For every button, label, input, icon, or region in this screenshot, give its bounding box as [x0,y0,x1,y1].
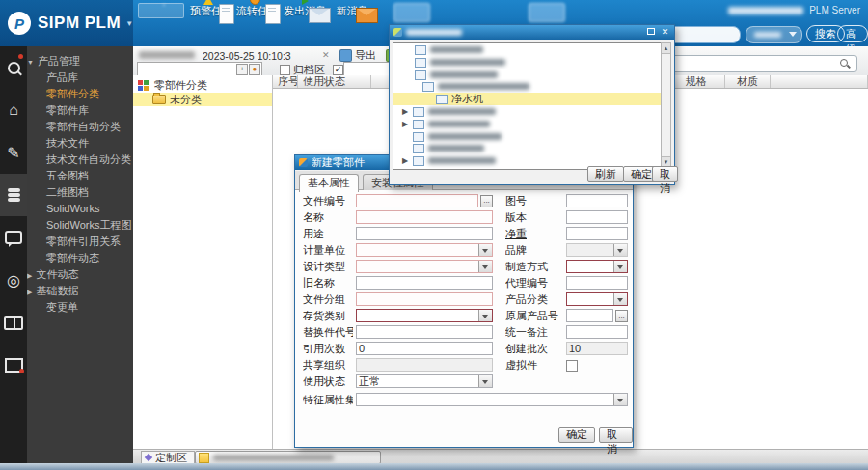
browse-button-原属产品号[interactable]: ... [615,310,628,322]
field-label-净重[interactable]: 净重 [505,227,563,240]
toolbar-button-导出[interactable]: 导出 [339,48,376,63]
selector-scrollbar[interactable]: ▲ ▼ [661,42,671,168]
tree-root-row[interactable]: 零部件分类 [133,78,272,92]
chat-icon[interactable] [0,216,27,259]
statusbar-tab[interactable]: 定制区 [141,451,195,464]
sidebar-item-产品管理[interactable]: ▼产品管理 [27,53,133,69]
kanban-icon[interactable] [0,344,27,386]
select-产品分类[interactable] [566,292,628,306]
browse-button-文件编号[interactable]: ... [480,195,493,207]
tree-child-row[interactable]: 未分类 [133,93,272,106]
dropdown-caret-icon[interactable] [478,375,492,387]
desktop-icon-alert-tasks[interactable]: 预警任务 [189,3,233,16]
dropdown-caret-icon[interactable] [478,261,492,272]
input-代理编号[interactable] [566,276,628,290]
tree-item-redacted[interactable] [393,80,663,93]
database-icon[interactable] [0,174,27,216]
dropdown-caret-icon[interactable] [478,244,492,256]
column-header-规格[interactable]: 规格 [667,75,725,88]
input-净重[interactable] [566,227,628,240]
dropdown-caret-icon[interactable] [613,293,627,305]
sidebar-item-SolidWorks[interactable]: SolidWorks [27,201,133,216]
input-旧名称[interactable] [356,276,493,290]
search-scope-select[interactable] [746,26,802,43]
maximize-icon[interactable] [645,27,656,38]
sidebar-item-技术文件自动分类[interactable]: 技术文件自动分类 [27,152,133,167]
tree-item-redacted[interactable] [393,43,663,56]
sidebar-item-基础数据[interactable]: ▶基础数据 [27,283,133,298]
sidebar-item-文件动态[interactable]: ▶文件动态 [27,266,133,282]
tree-item-redacted[interactable] [393,142,663,154]
input-原属产品号[interactable] [566,309,613,322]
table-search-input[interactable] [672,55,857,72]
taskbar-item[interactable] [195,451,381,464]
scroll-up-icon[interactable]: ▲ [662,43,670,54]
desktop-icon-task-partial-1[interactable] [393,3,430,22]
input-文件编号[interactable] [356,194,478,207]
advanced-search-button[interactable]: 高级 [837,25,868,42]
locate-icon[interactable]: ● [249,64,260,75]
desktop-icon-task-partial-2[interactable] [529,3,565,22]
sidebar-item-产品库[interactable]: 产品库 [27,69,133,85]
input-名称[interactable] [356,210,493,224]
tree-item-redacted[interactable] [393,56,663,69]
sidebar-item-SolidWorks工程图[interactable]: SolidWorks工程图 [27,217,133,233]
edit-icon[interactable]: ✎ [0,131,27,174]
sidebar-item-零部件库[interactable]: 零部件库 [27,102,133,118]
close-icon[interactable]: ✕ [660,27,670,38]
input-引用次数[interactable]: 0 [356,342,493,355]
dropdown-caret-icon[interactable] [613,394,627,405]
selector-button-刷新[interactable]: 刷新 [587,166,624,182]
desktop-icon-flow-tasks[interactable]: 流转任务 [235,3,280,16]
input-版本[interactable] [566,210,628,224]
selector-button-取消[interactable]: 取消 [652,166,678,182]
form-button-确定[interactable]: 确定 [558,427,595,443]
sidebar-item-零部件引用关系[interactable]: 零部件引用关系 [27,234,133,249]
select-计量单位[interactable] [356,243,493,257]
sidebar-item-零部件动态[interactable]: 零部件动态 [27,250,133,265]
tree-item-redacted[interactable]: ▶ [393,118,663,130]
checkbox-虚拟件[interactable] [566,360,578,372]
tree-item-selected[interactable]: 净水机 [393,93,663,105]
column-header-序号[interactable]: 序号 [273,75,298,88]
select-制造方式[interactable] [566,260,628,273]
dropdown-caret-icon[interactable] [613,261,627,272]
sidebar-item-零部件自动分类[interactable]: 零部件自动分类 [27,119,133,134]
brand-caret-icon[interactable]: ▼ [125,19,133,28]
filter-value-input[interactable] [343,62,390,76]
select-设计类型[interactable] [356,260,493,273]
select-存货类别[interactable] [356,309,493,322]
book-icon[interactable] [0,301,27,344]
desktop-icon-task-blurred[interactable] [138,3,184,18]
home-icon[interactable]: ⌂ [0,89,27,131]
input-共享组织[interactable] [356,358,493,372]
select-使用状态[interactable]: 正常 [356,374,493,388]
input-图号[interactable] [566,194,628,207]
input-创建批次[interactable]: 10 [566,342,628,355]
sidebar-item-二维图档[interactable]: 二维图档 [27,184,133,200]
desktop-icon-new-message[interactable]: 新消息 [330,3,374,16]
dropdown-caret-icon[interactable] [613,244,627,256]
expand-all-icon[interactable]: + [236,64,248,75]
desktop-icon-send-message[interactable]: 发出消息 [283,3,327,16]
target-icon[interactable]: ◎ [0,259,27,301]
input-文件分组[interactable] [356,292,493,306]
input-用途[interactable] [356,227,493,240]
column-header-使用状态[interactable]: 使用状态 [298,75,371,88]
input-替换件代号[interactable] [356,325,493,339]
tree-filter-input[interactable]: + ● [137,62,262,76]
form-button-取消[interactable]: 取消 [599,427,633,443]
close-filter-icon[interactable]: ✕ [322,50,330,60]
column-header-材质[interactable]: 材质 [725,75,770,88]
search-rail-icon[interactable] [0,46,27,89]
dropdown-caret-icon[interactable] [478,310,492,321]
sidebar-item-五金图档[interactable]: 五金图档 [27,168,133,183]
tree-item-redacted[interactable]: ▶ [393,105,663,118]
tab-基本属性[interactable]: 基本属性 [299,174,359,192]
sidebar-item-零部件分类[interactable]: 零部件分类 [27,86,133,101]
sidebar-item-技术文件[interactable]: 技术文件 [27,135,133,151]
select-特征属性集[interactable] [356,393,628,406]
select-品牌[interactable] [566,243,628,257]
sidebar-item-变更单[interactable]: 变更单 [27,299,133,315]
column-header-empty[interactable] [771,75,868,88]
